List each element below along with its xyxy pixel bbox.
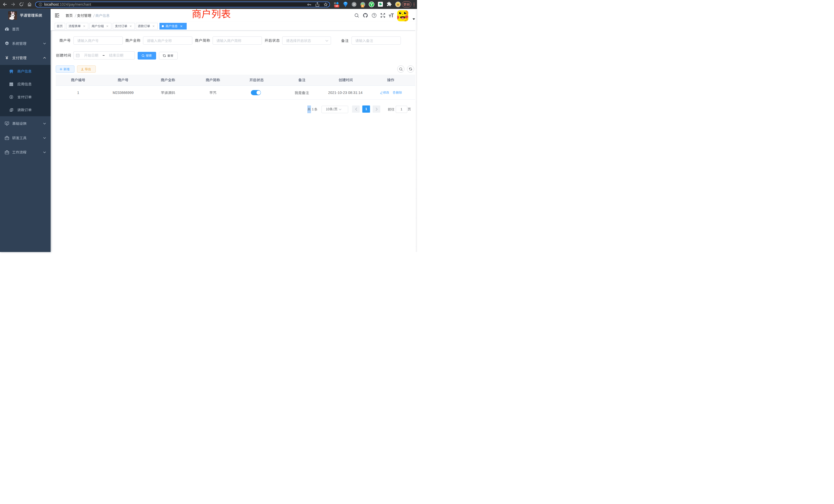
svg-text:⌘: ⌘ xyxy=(353,3,356,6)
